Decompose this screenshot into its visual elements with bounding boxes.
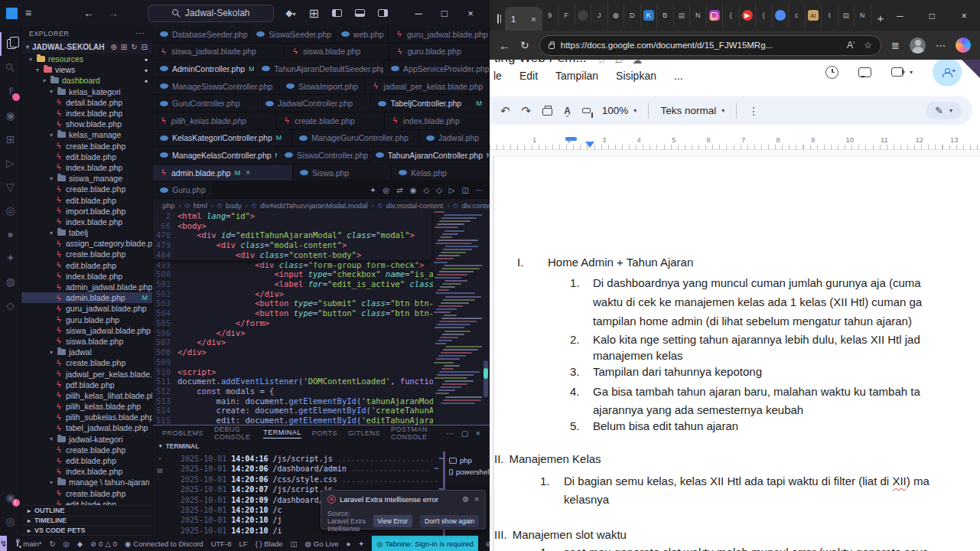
- tab-siswa-php[interactable]: Siswa.php: [293, 165, 392, 181]
- tabnine[interactable]: ◎Tabnine: Sign-in is required: [372, 536, 477, 551]
- tree-item-jadwal-kategori[interactable]: ▾jadwal-kategori: [21, 434, 152, 445]
- sync[interactable]: ↻: [50, 540, 56, 548]
- menu-icon[interactable]: ≡: [25, 8, 31, 18]
- tab-guru-blade-php[interactable]: ϟguru.blade.php: [389, 44, 490, 60]
- tree-item-create-blade-php[interactable]: ϟcreate.blade.php: [21, 184, 152, 194]
- tab-create-blade-php[interactable]: ϟcreate.blade.php: [276, 112, 384, 129]
- address-bar[interactable]: https://docs.google.com/document/d/15_FJ…: [539, 35, 881, 56]
- tree-item-import-blade-php[interactable]: ϟimport.blade.php: [21, 206, 152, 217]
- split-editor-icon[interactable]: ◫: [462, 186, 469, 194]
- tab-tabeljcontroller-php[interactable]: TabeljController.phpM: [371, 95, 490, 112]
- new-folder-icon[interactable]: ⊞: [121, 43, 127, 51]
- openai-icon[interactable]: ◎: [383, 186, 390, 194]
- code-editor[interactable]: 2<html lang="id">66<body>478 <div id="ed…: [153, 211, 490, 425]
- diff-prev-icon[interactable]: ◇: [423, 186, 429, 194]
- more-toolbar-icon[interactable]: ⋮: [748, 105, 759, 117]
- share-button[interactable]: +: [933, 60, 962, 86]
- debug-icon[interactable]: ◉: [0, 103, 21, 127]
- tab-jadwalcontroller-php[interactable]: JadwalController.php: [259, 95, 371, 112]
- url-text[interactable]: https://docs.google.com/document/d/15_FJ…: [561, 41, 773, 50]
- vscode-pets-icon[interactable]: ◉1: [0, 485, 21, 509]
- tree-item-pilih-kelas-lihat-blade-php[interactable]: ϟpilih_kelas_lihat.blade.php: [21, 390, 152, 401]
- tab-instagram[interactable]: [707, 4, 724, 27]
- tree-item-detail-blade-php[interactable]: ϟdetail.blade.php: [21, 97, 152, 108]
- favorites-icon[interactable]: ≣: [891, 40, 900, 51]
- tab-web-php[interactable]: web.php: [334, 26, 389, 43]
- tree-item-index-blade-php[interactable]: ϟindex.blade.php: [21, 271, 152, 282]
- redo-icon[interactable]: ↷: [522, 104, 532, 118]
- panel-tab-ports[interactable]: PORTS: [312, 429, 337, 437]
- tree-item-index-blade-php[interactable]: ϟindex.blade.php: [21, 217, 152, 227]
- meet-icon[interactable]: ▾: [891, 67, 913, 77]
- account-icon[interactable]: ◎: [0, 509, 21, 533]
- tab-kelas-php[interactable]: Kelas.php: [392, 165, 490, 181]
- close-button[interactable]: ×: [457, 0, 483, 26]
- tab-managekelascontroller-php[interactable]: ManageKelasController.phpM: [153, 147, 278, 164]
- terminal-instance-powershell[interactable]: ›powershell: [449, 466, 490, 478]
- tree-item-edit-blade-php[interactable]: ϟedit.blade.php: [21, 152, 152, 162]
- tab-actions-icon[interactable]: [497, 14, 499, 24]
- profile-avatar[interactable]: [910, 37, 926, 54]
- tab-appserviceprovider-php[interactable]: AppServiceProvider.php: [384, 60, 490, 77]
- discord-status[interactable]: ◉Connected to Discord: [125, 540, 203, 548]
- tab-siswaseeder-php[interactable]: SiswaSeeder.php: [249, 26, 334, 43]
- breadcrumb-item[interactable]: div.content-body: [461, 201, 490, 210]
- tab-ai[interactable]: AI: [806, 4, 822, 27]
- terminal-instance-php[interactable]: ›php: [449, 455, 490, 466]
- new-file-icon[interactable]: ⊕: [110, 43, 116, 51]
- breadcrumb-item[interactable]: html: [194, 201, 207, 210]
- toggle-sidebar-icon[interactable]: [332, 9, 342, 17]
- tree-item-jadwal[interactable]: ▾jadwal: [21, 347, 152, 357]
- tab-index-blade-php[interactable]: ϟindex.blade.php: [385, 112, 490, 129]
- tree-item-create-blade-php[interactable]: ϟcreate.blade.php: [21, 445, 152, 455]
- copilot-icon[interactable]: [956, 37, 971, 53]
- tree-item-guru-blade-php[interactable]: ϟguru.blade.php: [21, 315, 152, 325]
- tree-item-guru-jadwal-blade-php[interactable]: ϟguru_jadwal.blade.php: [21, 303, 152, 314]
- tab-close-icon[interactable]: ×: [531, 15, 536, 24]
- collapse-all-icon[interactable]: ⊟: [142, 43, 148, 51]
- version-history-ic[interactable]: [825, 66, 838, 79]
- tree-item-kelas-kategori[interactable]: ▾kelas_kategori: [21, 86, 152, 97]
- tab-9[interactable]: 9: [542, 4, 559, 27]
- tab-d[interactable]: D: [624, 4, 641, 27]
- project-root[interactable]: ▾ JADWAL-SEKOLAH ⊕⊞↻⊟: [21, 41, 152, 54]
- breadcrumb[interactable]: .php›◇html›◇body›◇div#editTahunAjaranMod…: [153, 199, 490, 211]
- menu-tampilan[interactable]: Tampilan: [555, 70, 598, 82]
- discord-icon[interactable]: ◎: [0, 198, 21, 222]
- tree-item-edit-blade-php[interactable]: ϟedit.blade.php: [21, 499, 152, 505]
- tree-item-admin-jadwal-blade-php[interactable]: ϟadmin_jadwal.blade.php: [21, 282, 152, 292]
- sparkle[interactable]: ✦: [358, 540, 364, 548]
- package-icon[interactable]: ◇: [0, 293, 21, 317]
- undo-icon[interactable]: ↶: [500, 104, 510, 118]
- doc-star-icon[interactable]: ☆: [597, 60, 607, 66]
- section-timeline[interactable]: ▸TIMELINE: [21, 516, 152, 526]
- minimap[interactable]: [433, 211, 482, 425]
- explorer-more-icon[interactable]: ⋯: [136, 28, 145, 38]
- problems[interactable]: ⊘0△0: [90, 540, 117, 548]
- menu-edit[interactable]: Edit: [519, 70, 538, 82]
- tree-item-pilih-subkelas-blade-php[interactable]: ϟpilih_subkelas.blade.php: [21, 412, 152, 422]
- comments-icon[interactable]: [858, 67, 871, 77]
- panel-tab-gitlens[interactable]: GITLENS: [348, 429, 380, 437]
- tree-item-dashboard[interactable]: ▾dashboard●: [21, 75, 152, 86]
- editor-scrollbar[interactable]: [482, 211, 490, 425]
- tree-item-siswa-manage[interactable]: ▾siswa_manage: [21, 173, 152, 184]
- browser-back-icon[interactable]: ←: [499, 39, 510, 52]
- tree-item-create-blade-php[interactable]: ϟcreate.blade.php: [21, 488, 152, 499]
- tab-paren1[interactable]: (: [723, 4, 740, 27]
- tree-item-edit-blade-php[interactable]: ϟedit.blade.php: [21, 455, 152, 466]
- breadcrumb-item[interactable]: div.modal-content: [386, 201, 443, 210]
- spellcheck-icon[interactable]: A: [564, 106, 571, 116]
- section-vs-code-pets[interactable]: ▸VS CODE PETS: [21, 526, 152, 536]
- breadcrumb-item[interactable]: body: [226, 201, 242, 210]
- toast-close-icon[interactable]: ×: [474, 495, 479, 504]
- tab-guru-jadwal-blade-php[interactable]: ϟguru_jadwal.blade.php: [389, 26, 490, 43]
- panel-tab-terminal[interactable]: TERMINAL: [263, 429, 301, 439]
- tab-siswaimport-php[interactable]: SiswaImport.php: [279, 78, 365, 95]
- tree-item-views[interactable]: ▾views●: [21, 64, 152, 75]
- source-control-icon[interactable]: [0, 80, 21, 103]
- tree-item-jadwal-per-kelas-blade-php[interactable]: ϟjadwal_per_kelas.blade.php: [21, 368, 152, 379]
- more-actions-icon[interactable]: ⋯: [476, 186, 483, 194]
- tree-item-edit-blade-php[interactable]: ϟedit.blade.php: [21, 194, 152, 205]
- zoom-select[interactable]: 100%▾: [602, 105, 637, 116]
